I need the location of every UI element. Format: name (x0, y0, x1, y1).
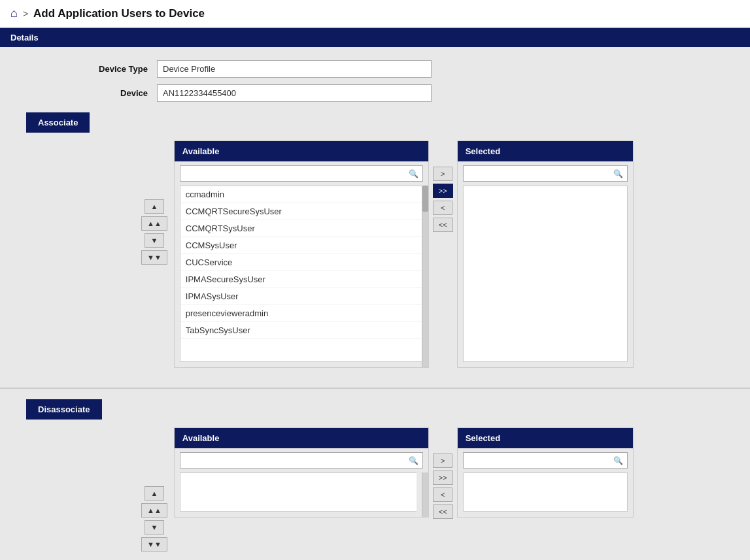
disassociate-selected-panel: Selected 🔍 (457, 427, 634, 518)
available-scrollbar[interactable] (422, 186, 428, 367)
associate-dual-list: ▲ ▲▲ ▼ ▼▼ Available 🔍 ccmadmin CCMQRTSec… (0, 140, 750, 381)
move-left-button[interactable]: < (433, 201, 452, 215)
dis-move-down-button[interactable]: ▼ (145, 520, 164, 535)
move-down-button[interactable]: ▼ (145, 233, 164, 248)
device-label: Device (26, 88, 157, 98)
disassociate-available-panel: Available 🔍 (174, 427, 429, 518)
disassociate-selected-header: Selected (458, 428, 633, 448)
device-type-input[interactable] (157, 60, 432, 78)
dis-move-up-button[interactable]: ▲ (145, 486, 164, 501)
move-bottom-button[interactable]: ▼▼ (141, 250, 167, 265)
dis-move-all-left-button[interactable]: << (433, 504, 453, 519)
disassociate-scrollbar[interactable] (422, 472, 428, 517)
list-item[interactable]: CCMQRTSysUser (180, 220, 422, 237)
available-panel-header: Available (175, 141, 428, 161)
disassociate-available-header: Available (175, 428, 428, 448)
disassociate-available-search-input[interactable] (180, 452, 423, 469)
disassociate-available-items (180, 472, 417, 512)
selected-search-row: 🔍 (458, 161, 633, 186)
disassociate-available-search-row: 🔍 (175, 448, 428, 472)
disassociate-order-controls: ▲ ▲▲ ▼ ▼▼ (137, 486, 171, 552)
page-title: Add Application Users to Device (33, 7, 205, 20)
details-area: Device Type Device Associate ▲ ▲▲ ▼ ▼▼ A… (0, 47, 750, 387)
disassociate-dual-list: ▲ ▲▲ ▼ ▼▼ Available 🔍 > >> < << (0, 427, 750, 560)
available-panel: Available 🔍 ccmadmin CCMQRTSecureSysUser… (174, 140, 429, 368)
list-item[interactable]: presencevieweradmin (180, 305, 422, 322)
device-type-label: Device Type (26, 64, 157, 74)
dis-move-right-button[interactable]: > (433, 453, 452, 468)
move-all-right-button[interactable]: >> (433, 184, 453, 198)
list-item[interactable]: IPMASecureSysUser (180, 271, 422, 288)
page-header: ⌂ > Add Application Users to Device (0, 0, 750, 28)
move-all-left-button[interactable]: << (433, 218, 453, 232)
device-type-row: Device Type (0, 60, 750, 78)
move-top-button[interactable]: ▲▲ (141, 216, 167, 231)
disassociate-section: Disassociate ▲ ▲▲ ▼ ▼▼ Available 🔍 (0, 387, 750, 560)
selected-panel: Selected 🔍 (457, 140, 634, 368)
associate-button[interactable]: Associate (26, 112, 90, 133)
details-section-bar: Details (0, 28, 750, 47)
disassociate-selected-items (463, 472, 628, 512)
details-label: Details (10, 33, 39, 42)
order-controls: ▲ ▲▲ ▼ ▼▼ (137, 199, 171, 265)
disassociate-selected-search-input[interactable] (463, 452, 628, 469)
selected-panel-header: Selected (458, 141, 633, 161)
selected-search-input[interactable] (463, 165, 628, 182)
list-item[interactable]: ccmadmin (180, 186, 422, 203)
disassociate-button[interactable]: Disassociate (26, 399, 102, 420)
list-item[interactable]: CUCService (180, 254, 422, 271)
dis-move-bottom-button[interactable]: ▼▼ (141, 537, 167, 552)
disassociate-selected-search-row: 🔍 (458, 448, 633, 472)
device-row: Device (0, 84, 750, 102)
scrollbar-thumb (422, 186, 428, 212)
list-item[interactable]: TabSyncSysUser (180, 322, 422, 339)
disassociate-transfer-controls: > >> < << (429, 453, 457, 519)
dis-move-all-right-button[interactable]: >> (433, 470, 453, 485)
dis-move-top-button[interactable]: ▲▲ (141, 503, 167, 518)
list-item[interactable]: IPMASysUser (180, 288, 422, 305)
available-search-row: 🔍 (175, 161, 428, 186)
available-items-list: ccmadmin CCMQRTSecureSysUser CCMQRTSysUs… (180, 186, 422, 362)
home-icon[interactable]: ⌂ (10, 7, 18, 20)
breadcrumb-chevron: > (23, 8, 28, 19)
dis-move-left-button[interactable]: < (433, 487, 452, 502)
transfer-controls: > >> < << (429, 167, 457, 232)
device-input[interactable] (157, 84, 432, 102)
selected-items-list (463, 186, 628, 362)
move-up-button[interactable]: ▲ (145, 199, 164, 214)
list-item[interactable]: CCMQRTSecureSysUser (180, 203, 422, 220)
available-search-input[interactable] (180, 165, 423, 182)
move-right-button[interactable]: > (433, 167, 452, 181)
list-item[interactable]: CCMSysUser (180, 237, 422, 254)
